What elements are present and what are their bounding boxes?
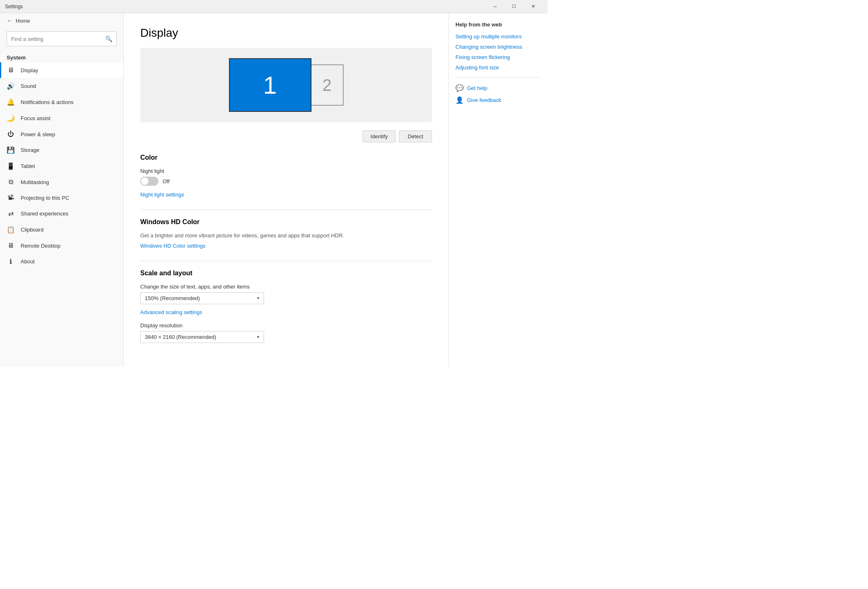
monitor-buttons-row: Identify Detect <box>140 130 432 142</box>
focus-icon: 🌙 <box>7 114 15 122</box>
resolution-chevron-icon: ▾ <box>257 334 259 340</box>
minimize-button[interactable]: ─ <box>486 0 505 13</box>
resolution-value: 3840 × 2160 (Recommended) <box>145 334 216 340</box>
size-value: 150% (Recommended) <box>145 295 200 301</box>
maximize-button[interactable]: ☐ <box>505 0 524 13</box>
color-section: Color Night light Off Night light settin… <box>140 154 432 198</box>
sidebar-item-projecting[interactable]: 📽 Projecting to this PC <box>0 190 123 206</box>
advanced-scaling-link[interactable]: Advanced scaling settings <box>140 309 202 315</box>
sidebar-item-label: Shared experiences <box>21 211 68 217</box>
sidebar-item-label: Storage <box>21 147 40 153</box>
search-box: 🔍 <box>7 31 117 46</box>
storage-icon: 💾 <box>7 146 15 154</box>
sidebar-item-clipboard[interactable]: 📋 Clipboard <box>0 222 123 238</box>
night-light-state: Off <box>163 178 170 185</box>
sidebar-item-label: Remote Desktop <box>21 243 61 249</box>
help-link-2[interactable]: Fixing screen flickering <box>455 54 541 60</box>
sidebar-item-power[interactable]: ⏻ Power & sleep <box>0 126 123 142</box>
detect-button[interactable]: Detect <box>399 130 432 142</box>
clipboard-icon: 📋 <box>7 226 15 234</box>
give-feedback-action[interactable]: 👤 Give feedback <box>455 96 541 104</box>
night-light-toggle[interactable] <box>140 177 158 186</box>
sidebar-item-storage[interactable]: 💾 Storage <box>0 142 123 158</box>
section-divider-2 <box>140 261 432 261</box>
multitasking-icon: ⧉ <box>7 178 15 186</box>
scale-section-title: Scale and layout <box>140 270 432 277</box>
sidebar-item-about[interactable]: ℹ About <box>0 253 123 270</box>
night-light-toggle-row: Off <box>140 177 432 186</box>
get-help-action[interactable]: 💬 Get help <box>455 84 541 92</box>
sidebar-item-tablet[interactable]: 📱 Tablet <box>0 158 123 174</box>
sidebar-section-label: System <box>0 50 123 62</box>
help-divider <box>455 77 541 78</box>
sidebar-item-label: Notifications & actions <box>21 99 73 105</box>
help-link-1[interactable]: Changing screen brightness <box>455 44 541 50</box>
close-button[interactable]: ✕ <box>524 0 542 13</box>
display-icon: 🖥 <box>7 66 15 74</box>
give-feedback-label: Give feedback <box>467 97 501 103</box>
color-section-title: Color <box>140 154 432 161</box>
projecting-icon: 📽 <box>7 194 15 201</box>
titlebar-title: Settings <box>5 4 486 9</box>
sidebar-item-multitasking[interactable]: ⧉ Multitasking <box>0 174 123 190</box>
monitor-2[interactable]: 2 <box>311 64 344 106</box>
sidebar-item-remote[interactable]: 🖥 Remote Desktop <box>0 238 123 253</box>
app-body: ← Home 🔍 System 🖥 Display 🔊 Sound 🔔 Noti… <box>0 13 547 367</box>
sidebar-item-sound[interactable]: 🔊 Sound <box>0 78 123 94</box>
get-help-label: Get help <box>467 85 487 91</box>
about-icon: ℹ <box>7 258 15 265</box>
search-input[interactable] <box>11 36 102 42</box>
sidebar-item-label: Clipboard <box>21 227 44 233</box>
size-dropdown[interactable]: 150% (Recommended) ▾ <box>140 292 264 304</box>
size-chevron-icon: ▾ <box>257 296 259 301</box>
sidebar-item-label: Display <box>21 67 38 73</box>
section-divider-1 <box>140 210 432 210</box>
power-icon: ⏻ <box>7 130 15 138</box>
scale-section: Scale and layout Change the size of text… <box>140 270 432 343</box>
size-label: Change the size of text, apps, and other… <box>140 284 432 290</box>
page-title: Display <box>140 26 432 40</box>
sidebar-item-notifications[interactable]: 🔔 Notifications & actions <box>0 94 123 110</box>
sidebar-item-label: Focus assist <box>21 115 50 121</box>
sidebar-item-label: Multitasking <box>21 179 49 185</box>
home-label: Home <box>16 18 30 24</box>
titlebar-controls: ─ ☐ ✕ <box>486 0 542 13</box>
home-button[interactable]: ← Home <box>0 13 123 28</box>
notifications-icon: 🔔 <box>7 98 15 106</box>
hd-color-settings-link[interactable]: Windows HD Color settings <box>140 243 205 249</box>
resolution-label: Display resolution <box>140 322 432 329</box>
sound-icon: 🔊 <box>7 82 15 90</box>
help-link-3[interactable]: Adjusting font size <box>455 64 541 71</box>
hd-color-section: Windows HD Color Get a brighter and more… <box>140 218 432 249</box>
toggle-thumb <box>141 177 149 185</box>
hd-color-description: Get a brighter and more vibrant picture … <box>140 232 432 239</box>
monitor-preview: 1 2 <box>140 48 432 122</box>
sidebar: ← Home 🔍 System 🖥 Display 🔊 Sound 🔔 Noti… <box>0 13 124 367</box>
sidebar-item-label: Projecting to this PC <box>21 195 69 201</box>
search-icon: 🔍 <box>105 35 112 42</box>
tablet-icon: 📱 <box>7 162 15 170</box>
sidebar-item-display[interactable]: 🖥 Display <box>0 62 123 78</box>
sidebar-item-focus[interactable]: 🌙 Focus assist <box>0 110 123 126</box>
help-title: Help from the web <box>455 21 541 28</box>
sidebar-item-label: Tablet <box>21 163 35 169</box>
night-light-label: Night light <box>140 168 432 174</box>
sidebar-item-label: About <box>21 258 35 265</box>
back-arrow-icon: ← <box>7 17 12 24</box>
sidebar-item-label: Sound <box>21 83 36 89</box>
help-link-0[interactable]: Setting up multiple monitors <box>455 33 541 40</box>
help-panel: Help from the web Setting up multiple mo… <box>448 13 547 367</box>
resolution-dropdown[interactable]: 3840 × 2160 (Recommended) ▾ <box>140 331 264 343</box>
sidebar-item-shared[interactable]: ⇄ Shared experiences <box>0 206 123 222</box>
sidebar-item-label: Power & sleep <box>21 131 55 137</box>
give-feedback-icon: 👤 <box>455 96 464 104</box>
get-help-icon: 💬 <box>455 84 464 92</box>
identify-button[interactable]: Identify <box>363 130 396 142</box>
titlebar: Settings ─ ☐ ✕ <box>0 0 547 13</box>
hd-color-title: Windows HD Color <box>140 218 432 226</box>
main-content: Display 1 2 Identify Detect Color Night … <box>124 13 448 367</box>
night-light-settings-link[interactable]: Night light settings <box>140 192 184 198</box>
monitor-1[interactable]: 1 <box>229 58 311 112</box>
remote-icon: 🖥 <box>7 242 15 249</box>
shared-icon: ⇄ <box>7 210 15 218</box>
